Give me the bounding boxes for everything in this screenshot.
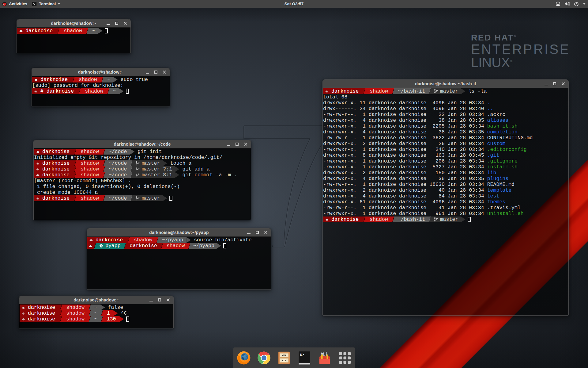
svg-text:$>: $> xyxy=(300,353,304,357)
